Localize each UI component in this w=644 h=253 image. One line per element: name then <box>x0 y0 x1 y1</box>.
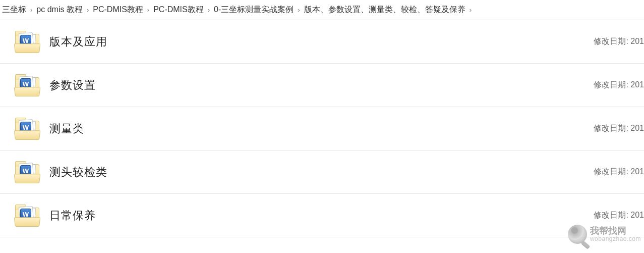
item-name: 参数设置 <box>49 78 594 93</box>
folder-list: W 版本及应用 修改日期: 201 W 参数设置 修改日期: 201 <box>0 20 644 237</box>
breadcrumb: 三坐标 › pc dmis 教程 › PC-DMIS教程 › PC-DMIS教程… <box>0 0 644 20</box>
list-item[interactable]: W 版本及应用 修改日期: 201 <box>0 20 644 64</box>
chevron-right-icon: › <box>144 6 152 14</box>
meta-value: 201 <box>630 167 644 176</box>
meta-value: 201 <box>630 124 644 132</box>
meta-label: 修改日期: <box>594 124 630 132</box>
meta-value: 201 <box>630 80 644 89</box>
breadcrumb-item[interactable]: 三坐标 <box>1 5 27 15</box>
folder-word-icon: W <box>15 205 39 227</box>
breadcrumb-item[interactable]: 版本、参数设置、测量类、较检、答疑及保养 <box>303 5 466 15</box>
chevron-right-icon: › <box>27 6 35 14</box>
meta-label: 修改日期: <box>594 211 630 219</box>
meta-label: 修改日期: <box>594 80 630 89</box>
chevron-right-icon: › <box>205 6 213 14</box>
breadcrumb-item[interactable]: PC-DMIS教程 <box>152 5 205 15</box>
folder-word-icon: W <box>15 161 39 183</box>
list-item[interactable]: W 日常保养 修改日期: 201 <box>0 194 644 237</box>
item-modified: 修改日期: 201 <box>594 123 644 134</box>
breadcrumb-item[interactable]: pc dmis 教程 <box>35 5 84 15</box>
meta-label: 修改日期: <box>594 167 630 176</box>
item-modified: 修改日期: 201 <box>594 80 644 90</box>
folder-word-icon: W <box>15 74 39 96</box>
chevron-right-icon: › <box>466 6 475 14</box>
meta-value: 201 <box>630 211 644 219</box>
item-modified: 修改日期: 201 <box>594 210 644 221</box>
chevron-right-icon: › <box>84 6 92 14</box>
item-modified: 修改日期: 201 <box>594 36 644 47</box>
meta-label: 修改日期: <box>594 37 630 45</box>
breadcrumb-item[interactable]: 0-三坐标测量实战案例 <box>213 5 295 15</box>
list-item[interactable]: W 测头较检类 修改日期: 201 <box>0 150 644 194</box>
folder-word-icon: W <box>15 118 39 140</box>
list-item[interactable]: W 测量类 修改日期: 201 <box>0 107 644 150</box>
breadcrumb-item[interactable]: PC-DMIS教程 <box>92 5 144 15</box>
item-name: 日常保养 <box>49 208 594 223</box>
list-item[interactable]: W 参数设置 修改日期: 201 <box>0 64 644 107</box>
meta-value: 201 <box>630 37 644 45</box>
chevron-right-icon: › <box>295 6 303 14</box>
item-name: 版本及应用 <box>49 34 594 49</box>
item-modified: 修改日期: 201 <box>594 167 644 177</box>
folder-word-icon: W <box>15 31 39 53</box>
item-name: 测头较检类 <box>49 165 594 180</box>
item-name: 测量类 <box>49 121 594 136</box>
